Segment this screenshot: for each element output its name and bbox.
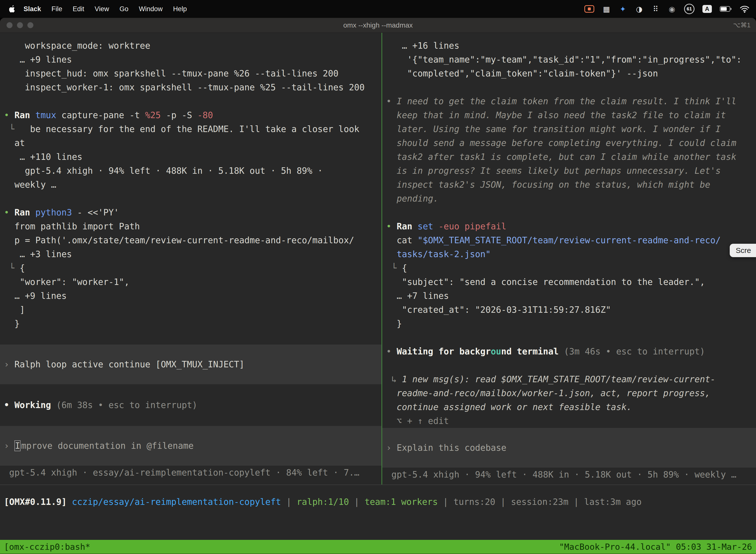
- terminal-line: tasks/task-2.json": [382, 247, 756, 261]
- blank-line: [382, 206, 756, 219]
- terminal-line: '{"team_name":"my-team","task_id":"1","f…: [382, 53, 756, 66]
- terminal-line: • Working (6m 38s • esc to interrupt): [0, 398, 381, 412]
- terminal-line: • Ran set -euo pipefail: [382, 219, 756, 233]
- close-button[interactable]: [6, 22, 13, 28]
- terminal-line: • I need to get the claim token from the…: [382, 94, 756, 108]
- menu-bar: SlackFileEditViewGoWindowHelp ▦ ✦ ◑ ⠿ ◉ …: [0, 0, 756, 18]
- terminal-line: … +110 lines: [0, 150, 381, 164]
- terminal-line: }: [0, 317, 381, 331]
- prompt-band[interactable]: › Improve documentation in @filename: [0, 426, 381, 466]
- terminal-line: … +9 lines: [0, 289, 381, 303]
- terminal-line: └ {: [0, 261, 381, 275]
- keychain-icon[interactable]: ◉: [668, 3, 676, 15]
- terminal-window: omx --xhigh --madmax ⌥⌘1 workspace_mode:…: [0, 18, 756, 554]
- blank-line: [0, 412, 381, 426]
- omx-status-line: [OMX#0.11.9] cczip/essay/ai-reimplementa…: [0, 495, 756, 509]
- screen-recording-icon[interactable]: [584, 5, 594, 13]
- terminal-line: … +9 lines: [0, 53, 381, 66]
- terminal-line: inspect_hud: omx sparkshell --tmux-pane …: [0, 66, 381, 80]
- terminal-line: workspace_mode: worktree: [0, 39, 381, 53]
- screenshot-chip[interactable]: Scre: [730, 244, 756, 257]
- terminal-line: should send a message before completing …: [382, 136, 756, 150]
- blank-line: [382, 80, 756, 94]
- terminal-line: inspect_worker-1: omx sparkshell --tmux-…: [0, 80, 381, 94]
- terminal-line: [OMX#0.11.9] cczip/essay/ai-reimplementa…: [0, 495, 756, 509]
- blank-line: [0, 384, 381, 398]
- tmux-host-clock: "MacBook-Pro-44.local" 05:03 31-Mar-26: [559, 542, 752, 552]
- wifi-icon[interactable]: [740, 3, 750, 15]
- dots-grid-icon[interactable]: ⠿: [651, 3, 660, 15]
- terminal-line: from pathlib import Path: [0, 219, 381, 233]
- menubar-status-icons: ▦ ✦ ◑ ⠿ ◉ 61 A: [584, 3, 750, 15]
- terminal-line: ⌥ + ↑ edit: [382, 414, 756, 428]
- terminal-line: }: [382, 317, 756, 331]
- window-shortcut: ⌥⌘1: [733, 21, 756, 29]
- terminal-line: "subject": "send a concise recommendatio…: [382, 275, 756, 289]
- zoom-button[interactable]: [27, 22, 34, 28]
- menu-item-file[interactable]: File: [46, 0, 68, 18]
- terminal-line: task2 after task1 is complete, but can I…: [382, 150, 756, 164]
- terminal-line: ]: [0, 303, 381, 317]
- terminal-pane-right[interactable]: … +16 lines'{"team_name":"my-team","task…: [382, 33, 756, 485]
- terminal-line: p = Path('.omx/state/team/review-current…: [0, 233, 381, 247]
- terminal-line: "worker": "worker-1",: [0, 275, 381, 289]
- terminal-line: "created_at": "2026-03-31T11:59:27.816Z": [382, 303, 756, 317]
- omx-status-section: [OMX#0.11.9] cczip/essay/ai-reimplementa…: [0, 485, 756, 540]
- terminal-line: … +16 lines: [382, 39, 756, 53]
- terminal-line: … +7 lines: [382, 289, 756, 303]
- terminal-line: is in progress? It seems likely but perh…: [382, 164, 756, 178]
- apple-icon[interactable]: [6, 3, 18, 14]
- menu-item-edit[interactable]: Edit: [67, 0, 89, 18]
- terminal-line: └ be necessary for the end of the README…: [0, 122, 381, 136]
- minimize-button[interactable]: [17, 22, 23, 28]
- menu-items: SlackFileEditViewGoWindowHelp: [18, 0, 192, 18]
- terminal-line: gpt-5.4 xhigh · essay/ai-reimplementatio…: [0, 466, 381, 480]
- terminal-line: weekly …: [0, 178, 381, 191]
- spark-icon[interactable]: ✦: [619, 3, 627, 15]
- blank-line: [0, 331, 381, 344]
- terminal-line: gpt-5.4 xhigh · 94% left · 488K in · 5.1…: [0, 164, 381, 178]
- terminal-line: cat "$OMX_TEAM_STATE_ROOT/team/review-cu…: [382, 233, 756, 247]
- blank-line: [382, 358, 756, 372]
- terminal-line: later. Using the same for transition mig…: [382, 122, 756, 136]
- terminal-line: • Ran python3 - <<'PY': [0, 206, 381, 219]
- terminal-line: • Waiting for background terminal (3m 46…: [382, 344, 756, 358]
- terminal-line: readme-and-reco/mailbox/worker-1.json, a…: [382, 386, 756, 400]
- blank-line: [382, 331, 756, 344]
- terminal-line: inspect task2's JSON, focusing on the st…: [382, 178, 756, 191]
- terminal-line: • Ran tmux capture-pane -t %25 -p -S -80: [0, 108, 381, 122]
- terminal-line: ↳ 1 new msg(s): read $OMX_TEAM_STATE_ROO…: [382, 372, 756, 386]
- terminal-line: pending.: [382, 191, 756, 206]
- terminal-line: at: [0, 136, 381, 150]
- menu-item-go[interactable]: Go: [114, 0, 134, 18]
- blank-line: [0, 191, 381, 206]
- tmux-status-bar: [omx-cczip0:bash* "MacBook-Pro-44.local"…: [0, 540, 756, 554]
- menu-item-help[interactable]: Help: [168, 0, 192, 18]
- record-dot-icon: [588, 7, 591, 10]
- input-source-badge[interactable]: A: [702, 5, 712, 13]
- terminal-line: continue assigned work or next feasible …: [382, 400, 756, 414]
- terminal-line: "completed","claim_token":"claim-token"}…: [382, 66, 756, 80]
- grid-icon[interactable]: ▦: [602, 3, 611, 15]
- menu-item-slack[interactable]: Slack: [18, 0, 46, 18]
- window-title: omx --xhigh --madmax: [0, 21, 756, 29]
- blank-line: [0, 94, 381, 108]
- terminal-line: keep that in mind. Maybe I also need the…: [382, 108, 756, 122]
- terminal-line: └ {: [382, 261, 756, 275]
- prompt-band[interactable]: › Explain this codebase: [382, 428, 756, 467]
- battery-percent-badge[interactable]: 61: [684, 4, 694, 14]
- terminal-pane-left[interactable]: workspace_mode: worktree… +9 linesinspec…: [0, 33, 382, 485]
- terminal-content: workspace_mode: worktree… +9 linesinspec…: [0, 33, 756, 554]
- tmux-session-label: [omx-cczip0:bash*: [4, 542, 90, 552]
- terminal-line: … +3 lines: [0, 247, 381, 261]
- menu-item-view[interactable]: View: [89, 0, 114, 18]
- contrast-icon[interactable]: ◑: [635, 3, 643, 15]
- terminal-line: gpt-5.4 xhigh · 94% left · 488K in · 5.1…: [382, 467, 756, 482]
- battery-icon[interactable]: [720, 3, 732, 15]
- menu-item-window[interactable]: Window: [134, 0, 168, 18]
- prompt-band[interactable]: › Ralph loop active continue [OMX_TMUX_I…: [0, 344, 381, 384]
- window-titlebar[interactable]: omx --xhigh --madmax ⌥⌘1: [0, 18, 756, 33]
